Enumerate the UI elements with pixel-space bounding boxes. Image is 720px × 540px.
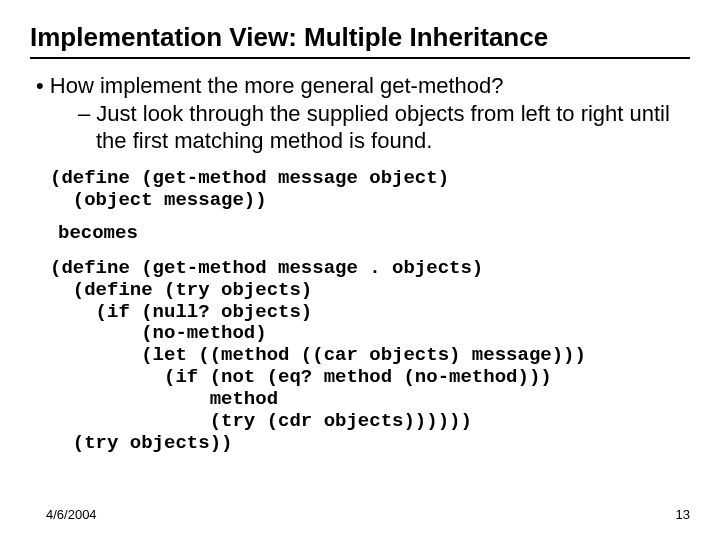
- bullet-level-1: How implement the more general get-metho…: [36, 73, 690, 99]
- bullet-list: How implement the more general get-metho…: [30, 73, 690, 154]
- slide-title: Implementation View: Multiple Inheritanc…: [30, 22, 690, 53]
- becomes-label: becomes: [58, 222, 690, 244]
- bullet-level-2: Just look through the supplied objects f…: [36, 101, 690, 154]
- footer-page-number: 13: [676, 507, 690, 522]
- slide: Implementation View: Multiple Inheritanc…: [0, 0, 720, 540]
- footer-date: 4/6/2004: [46, 507, 97, 522]
- code-block-after: (define (get-method message . objects) (…: [50, 258, 690, 455]
- title-rule: [30, 57, 690, 59]
- code-block-before: (define (get-method message object) (obj…: [50, 168, 690, 212]
